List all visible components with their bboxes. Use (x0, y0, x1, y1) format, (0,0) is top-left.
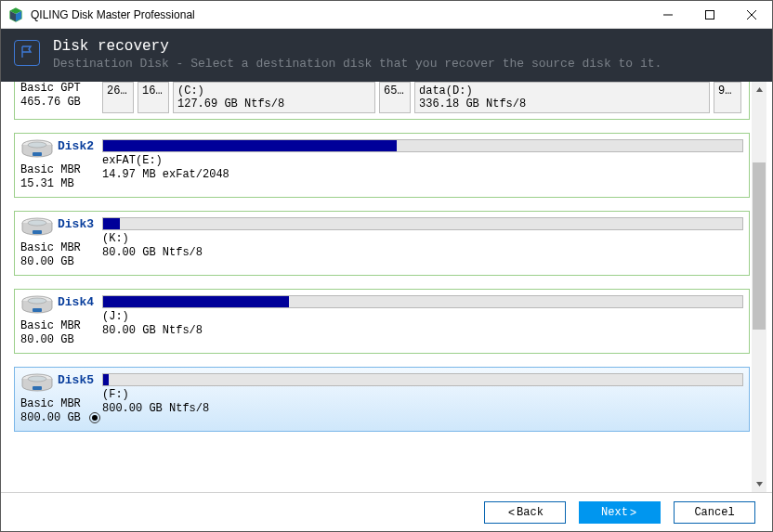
partition-block[interactable]: data(D:)336.18 GB Ntfs/8 (414, 82, 710, 113)
titlebar: QILING Disk Master Professional (1, 1, 772, 29)
partition-info: 80.00 GB Ntfs/8 (102, 246, 743, 260)
disk-row[interactable]: Basic GPT465.76 GB26...16...(C:)127.69 G… (14, 82, 750, 120)
scroll-up-arrow[interactable] (752, 82, 766, 97)
disk-size: 80.00 GB (20, 255, 102, 269)
disk-size: 465.76 GB (20, 96, 102, 110)
svg-rect-13 (33, 230, 42, 234)
wizard-footer: <Back Next> Cancel (1, 492, 772, 531)
disk-name: Disk3 (58, 217, 94, 231)
svg-rect-10 (33, 152, 42, 156)
back-button[interactable]: <Back (484, 501, 566, 524)
disk-drive-icon (20, 139, 54, 163)
recovery-icon (14, 40, 40, 66)
next-button[interactable]: Next> (579, 501, 661, 524)
partition-block[interactable]: 65... (379, 82, 411, 113)
svg-point-12 (28, 220, 46, 226)
svg-marker-20 (756, 87, 763, 92)
disk-type: Basic MBR (20, 163, 102, 177)
disk-radio[interactable] (89, 412, 100, 423)
scroll-down-arrow[interactable] (752, 476, 766, 492)
disk-name: Disk5 (58, 373, 94, 387)
vertical-scrollbar[interactable] (751, 82, 766, 492)
disk-row[interactable]: Disk2Basic MBR15.31 MBexFAT(E:)14.97 MB … (14, 133, 750, 198)
partition-volume-label: exFAT(E:) (102, 154, 743, 168)
disk-drive-icon (20, 217, 54, 241)
disk-name: Disk2 (58, 139, 94, 153)
svg-point-18 (28, 376, 46, 382)
maximize-button[interactable] (688, 1, 730, 28)
partition-volume-label: (F:) (102, 388, 743, 402)
app-icon (8, 7, 23, 22)
svg-rect-16 (33, 308, 42, 312)
partition-block[interactable]: 99... (714, 82, 741, 113)
partition-info: 800.00 GB Ntfs/8 (102, 402, 743, 416)
disk-drive-icon (20, 295, 54, 319)
window-title: QILING Disk Master Professional (31, 8, 647, 21)
disk-row[interactable]: Disk5Basic MBR800.00 GB (F:)800.00 GB Nt… (14, 367, 750, 432)
disk-size: 80.00 GB (20, 333, 102, 347)
partition-usage-bar[interactable] (102, 139, 743, 152)
disk-type: Basic MBR (20, 319, 102, 333)
minimize-button[interactable] (647, 1, 688, 28)
page-title: Disk recovery (53, 38, 662, 55)
content-area: Basic GPT465.76 GB26...16...(C:)127.69 G… (1, 82, 772, 492)
scrollbar-thumb[interactable] (753, 162, 766, 330)
app-window: QILING Disk Master Professional Disk rec… (0, 0, 773, 532)
partition-usage-bar[interactable] (102, 217, 743, 230)
disk-row[interactable]: Disk3Basic MBR80.00 GB(K:)80.00 GB Ntfs/… (14, 211, 750, 276)
partition-info: 14.97 MB exFat/2048 (102, 168, 743, 182)
disk-drive-icon (20, 373, 54, 397)
cancel-button[interactable]: Cancel (674, 501, 755, 524)
partition-volume-label: (J:) (102, 310, 743, 324)
disk-size: 15.31 MB (20, 177, 102, 191)
svg-point-15 (28, 298, 46, 304)
svg-point-9 (28, 142, 46, 148)
partition-block[interactable]: 26... (102, 82, 134, 113)
disk-size: 800.00 GB (20, 411, 102, 425)
partition-volume-label: (K:) (102, 232, 743, 246)
svg-rect-5 (705, 10, 714, 19)
disk-row[interactable]: Disk4Basic MBR80.00 GB(J:)80.00 GB Ntfs/… (14, 289, 750, 354)
partition-usage-bar[interactable] (102, 373, 743, 386)
svg-rect-19 (33, 386, 42, 390)
disk-type: Basic MBR (20, 241, 102, 255)
page-header: Disk recovery Destination Disk - Select … (1, 29, 772, 82)
disk-name: Disk4 (58, 295, 94, 309)
disk-type: Basic GPT (20, 82, 102, 96)
disk-type: Basic MBR (20, 397, 102, 411)
partition-block[interactable]: 16... (138, 82, 169, 113)
partition-info: 80.00 GB Ntfs/8 (102, 324, 743, 338)
partition-block[interactable]: (C:)127.69 GB Ntfs/8 (173, 82, 375, 113)
close-button[interactable] (730, 1, 772, 28)
svg-marker-21 (756, 482, 763, 487)
partition-usage-bar[interactable] (102, 295, 743, 308)
page-subtitle: Destination Disk - Select a destination … (53, 57, 662, 71)
